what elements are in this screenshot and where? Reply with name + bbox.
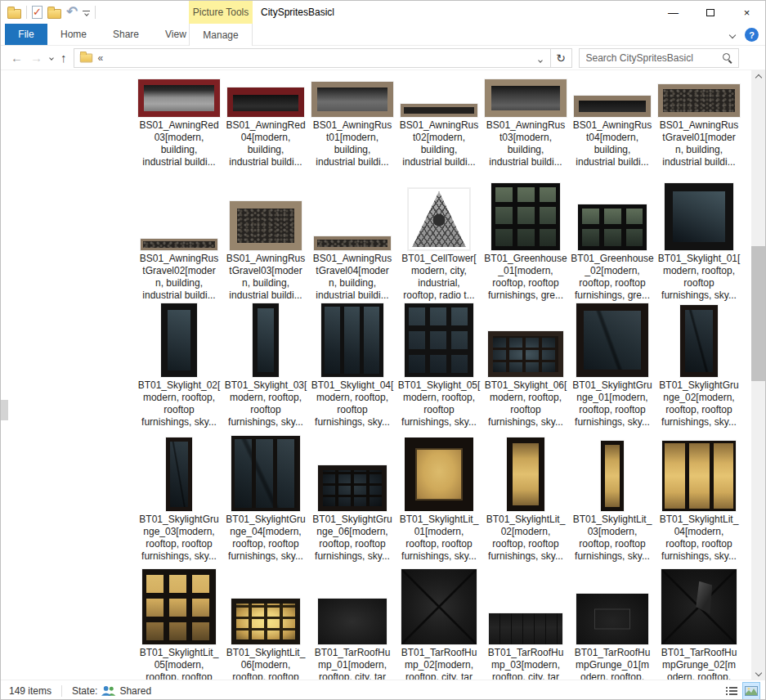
- refresh-icon: ↻: [556, 52, 566, 65]
- file-item[interactable]: BT01_SkylightGrunge_04[modern,rooftop, r…: [222, 434, 309, 563]
- file-thumbnail: [662, 441, 736, 511]
- file-item[interactable]: BT01_CellTower[modern, city,industrial,r…: [396, 182, 482, 302]
- file-label: BT01_SkylightGrunge_06[modern,rooftop, r…: [312, 514, 392, 563]
- file-row: BS01_AwningRed03[modern,building,industr…: [1, 74, 751, 168]
- file-item[interactable]: BT01_SkylightLit_02[modern,rooftop, roof…: [482, 434, 569, 563]
- file-item[interactable]: BS01_AwningRustGravel03[modern, building…: [222, 182, 309, 302]
- file-item[interactable]: BS01_AwningRustGravel02[modern, building…: [136, 182, 222, 302]
- search-box[interactable]: [579, 48, 739, 68]
- customize-qat-chevron-icon[interactable]: [83, 9, 90, 16]
- new-folder-icon[interactable]: [47, 9, 61, 19]
- tab-share[interactable]: Share: [100, 24, 152, 45]
- content-area: BS01_AwningRed03[modern,building,industr…: [1, 70, 765, 680]
- file-thumbnail: [405, 438, 473, 511]
- file-item[interactable]: BT01_SkylightLit_06[modern,rooftop, roof…: [222, 567, 309, 680]
- file-label: BT01_SkylightLit_01[modern,rooftop, roof…: [400, 514, 479, 563]
- file-item[interactable]: BT01_SkylightGrunge_03[modern,rooftop, r…: [136, 434, 222, 563]
- file-item[interactable]: BT01_Skylight_05[modern, rooftop,rooftop…: [396, 302, 482, 429]
- file-label: BS01_AwningRust02[modern,building,indust…: [400, 119, 479, 168]
- file-item[interactable]: BT01_SkylightGrunge_01[modern,rooftop, r…: [569, 302, 656, 429]
- explorer-folder-icon[interactable]: [7, 9, 21, 19]
- file-item[interactable]: BS01_AwningRustGravel01[modern, building…: [656, 74, 742, 168]
- file-item[interactable]: BS01_AwningRed04[modern,building,industr…: [222, 74, 309, 168]
- search-input[interactable]: [585, 52, 722, 65]
- vertical-scrollbar[interactable]: [751, 70, 765, 680]
- file-thumbnail: [230, 201, 302, 250]
- file-item[interactable]: BT01_TarRoofHumpGrunge_01[modern, roofto…: [569, 567, 656, 680]
- view-toggle-buttons: [723, 682, 760, 700]
- scrollbar-thumb[interactable]: [751, 246, 765, 381]
- file-thumbnail: [576, 303, 648, 377]
- minimize-button[interactable]: —: [655, 1, 692, 24]
- file-item[interactable]: BS01_AwningRust03[modern,building,indust…: [482, 74, 569, 168]
- close-button[interactable]: ×: [728, 1, 765, 24]
- help-icon[interactable]: ?: [745, 28, 759, 42]
- file-item[interactable]: BT01_Greenhouse_01[modern,rooftop, rooft…: [482, 182, 569, 302]
- address-folder-icon: [79, 53, 92, 62]
- file-label: BS01_AwningRustGravel01[modern, building…: [660, 119, 739, 168]
- minimize-ribbon-chevron-icon[interactable]: [729, 31, 736, 38]
- file-thumbnail: [680, 305, 718, 377]
- tab-manage[interactable]: Manage: [189, 24, 253, 46]
- file-label: BT01_SkylightLit_03[modern,rooftop, roof…: [573, 514, 652, 563]
- navigation-arrows: ← → ↑: [1, 52, 74, 64]
- quick-access-toolbar: ↶: [1, 6, 96, 19]
- file-item[interactable]: BT01_Greenhouse_02[modern,rooftop, rooft…: [569, 182, 656, 302]
- file-item[interactable]: BT01_TarRoofHump_02[modern,rooftop, city…: [396, 567, 482, 680]
- file-label: BT01_SkylightGrunge_03[modern,rooftop, r…: [139, 514, 218, 563]
- details-view-icon[interactable]: [723, 682, 741, 700]
- file-thumbnail: [161, 303, 197, 377]
- file-item[interactable]: BT01_TarRoofHump_03[modern,rooftop, city…: [482, 567, 569, 680]
- file-item[interactable]: BT01_TarRoofHumpGrunge_02[modern, roofto…: [656, 567, 742, 680]
- undo-icon[interactable]: ↶: [66, 6, 78, 19]
- file-item[interactable]: BS01_AwningRustGravel04[modern, building…: [309, 182, 396, 302]
- address-dropdown-chevron-icon[interactable]: [534, 51, 547, 65]
- forward-icon[interactable]: →: [30, 52, 43, 64]
- file-item[interactable]: BT01_Skylight_04[modern, rooftop,rooftop…: [309, 302, 396, 429]
- title-bar: ↶ Picture Tools CitySpritesBasicl — ×: [1, 1, 765, 24]
- up-icon[interactable]: ↑: [60, 52, 67, 64]
- file-label: BT01_TarRoofHumpGrunge_02[modern, roofto…: [661, 647, 737, 680]
- maximize-button[interactable]: [692, 1, 728, 24]
- file-item[interactable]: BT01_SkylightLit_05[modern,rooftop, roof…: [136, 567, 222, 680]
- file-item[interactable]: BT01_Skylight_01[modern, rooftop,rooftop…: [656, 182, 742, 302]
- file-thumbnail: [491, 183, 560, 250]
- properties-check-icon[interactable]: [32, 6, 43, 19]
- scroll-down-button[interactable]: [751, 666, 765, 680]
- file-item[interactable]: BT01_Skylight_03[modern, rooftop,rooftop…: [222, 302, 309, 429]
- picture-tools-context-tab[interactable]: Picture Tools: [189, 1, 253, 24]
- tab-home[interactable]: Home: [47, 24, 100, 45]
- scroll-up-button[interactable]: [751, 70, 765, 84]
- file-thumbnail: [142, 569, 216, 644]
- breadcrumb[interactable]: «: [98, 52, 104, 64]
- file-thumbnail: [231, 436, 300, 511]
- separator: [95, 6, 96, 19]
- file-item[interactable]: BT01_SkylightGrunge_02[modern,rooftop, r…: [656, 302, 742, 429]
- file-label: BT01_SkylightLit_04[modern,rooftop, roof…: [660, 514, 739, 563]
- file-label: BS01_AwningRust04[modern,building,indust…: [573, 119, 652, 168]
- file-label: BS01_AwningRust03[modern,building,indust…: [486, 119, 566, 168]
- file-thumbnail: [574, 96, 651, 117]
- file-label: BT01_SkylightGrunge_02[modern,rooftop, r…: [659, 379, 738, 429]
- file-item[interactable]: BT01_SkylightGrunge_06[modern,rooftop, r…: [309, 434, 396, 563]
- file-item[interactable]: BT01_TarRoofHump_01[modern,rooftop, city…: [309, 567, 396, 680]
- search-icon[interactable]: [722, 52, 733, 64]
- back-icon[interactable]: ←: [11, 52, 23, 64]
- file-item[interactable]: BS01_AwningRed03[modern,building,industr…: [136, 74, 222, 168]
- address-bar[interactable]: «: [74, 48, 551, 68]
- file-item[interactable]: BT01_SkylightLit_03[modern,rooftop, roof…: [569, 434, 656, 563]
- recent-locations-chevron-icon[interactable]: [49, 56, 54, 61]
- tab-file[interactable]: File: [5, 24, 47, 45]
- file-item[interactable]: BT01_SkylightLit_04[modern,rooftop, roof…: [656, 434, 742, 563]
- file-label: BT01_SkylightLit_06[modern,rooftop, roof…: [226, 647, 306, 680]
- large-thumbnails-view-icon[interactable]: [742, 682, 760, 700]
- file-item[interactable]: BT01_SkylightLit_01[modern,rooftop, roof…: [396, 434, 482, 563]
- file-item[interactable]: BS01_AwningRust02[modern,building,indust…: [396, 74, 482, 168]
- file-item[interactable]: BT01_Skylight_02[modern, rooftop,rooftop…: [136, 302, 222, 429]
- file-label: BT01_SkylightGrunge_04[modern,rooftop, r…: [226, 514, 305, 563]
- file-item[interactable]: BS01_AwningRust01[modern,building,indust…: [309, 74, 396, 168]
- file-item[interactable]: BS01_AwningRust04[modern,building,indust…: [569, 74, 656, 168]
- file-thumbnail: [661, 569, 737, 644]
- refresh-button[interactable]: ↻: [551, 48, 572, 68]
- file-item[interactable]: BT01_Skylight_06[modern, rooftop,rooftop…: [482, 302, 569, 429]
